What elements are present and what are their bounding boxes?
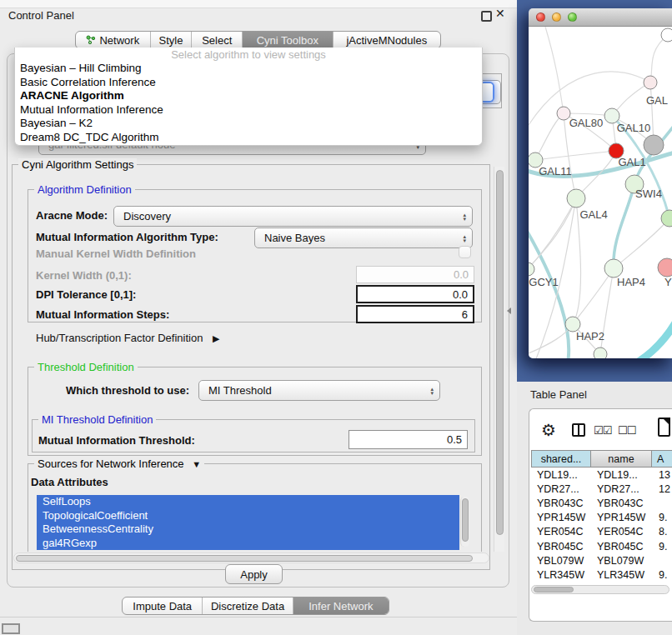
network-canvas[interactable]: GALGAL80GAL10GAL1GAL11SWI4GAL4GCY1HAP4YH… (529, 27, 672, 358)
network-edge[interactable] (573, 268, 614, 324)
table-cell: YLR345W (591, 569, 652, 581)
table-row[interactable]: YBR043CYBR043C (531, 496, 672, 510)
tab-impute-data[interactable]: Impute Data (123, 598, 203, 614)
minimize-traffic-light-icon[interactable] (552, 12, 561, 22)
hub-definition-toggle[interactable]: Hub/Transcription Factor Definition ▶ (36, 332, 219, 344)
attribute-list-scrollbar[interactable] (460, 497, 469, 547)
network-node-label: GCY1 (529, 276, 558, 288)
table-row[interactable]: YBL079WYBL079W (531, 553, 672, 568)
network-node-label: GAL10 (617, 122, 650, 134)
tab-select[interactable]: Select (192, 32, 243, 48)
mi-steps-field[interactable]: 6 (356, 305, 474, 323)
mi-type-combo[interactable]: Naive Bayes ▴▾ (254, 228, 473, 248)
aracne-mode-combo[interactable]: Discovery ▴▾ (113, 206, 473, 227)
gear-icon[interactable]: ⚙ (541, 420, 556, 440)
table-row[interactable]: YER054CYER054C8. (531, 525, 672, 539)
attribute-list-item[interactable]: SelfLoops (37, 495, 459, 509)
network-node[interactable] (604, 259, 623, 278)
focused-combo-stepper[interactable] (481, 83, 493, 101)
dropdown-item[interactable]: Mutual Information Inference (15, 103, 482, 118)
columns-icon[interactable] (572, 423, 585, 437)
table-row[interactable]: YPR145WYPR145W9. (531, 511, 672, 525)
settings-vertical-scrollbar[interactable] (494, 167, 504, 552)
network-node[interactable] (529, 262, 534, 276)
network-view-window[interactable]: GALGAL80GAL10GAL1GAL11SWI4GAL4GCY1HAP4YH… (529, 8, 672, 358)
file-icon[interactable] (658, 418, 670, 437)
table-horizontal-scrollbar[interactable] (531, 585, 669, 594)
mi-threshold-field[interactable]: 0.5 (349, 430, 468, 449)
hub-definition-label: Hub/Transcription Factor Definition (36, 332, 203, 344)
dropdown-item[interactable]: Bayesian – K2 (15, 117, 482, 131)
network-edge[interactable] (650, 35, 668, 82)
table-cell: YBL079W (531, 555, 591, 567)
network-edge[interactable] (610, 320, 672, 358)
network-edge[interactable] (529, 198, 576, 269)
table-cell: YBR043C (591, 498, 652, 509)
collapsed-panel-icon[interactable] (2, 623, 20, 634)
network-node-label: HAP4 (617, 276, 645, 288)
network-edge[interactable] (535, 151, 616, 160)
tab-network[interactable]: Network (76, 32, 151, 48)
mi-type-value: Naive Bayes (264, 232, 325, 244)
network-node[interactable] (661, 210, 672, 227)
select-all-checkboxes-icon[interactable]: ☑☑ (594, 424, 611, 437)
network-node-label: GAL11 (539, 165, 572, 178)
dropdown-item[interactable]: Dream8 DC_TDC Algorithm (15, 131, 482, 145)
dropdown-item[interactable]: ARACNE Algorithm (15, 89, 482, 103)
algorithm-dropdown-list: Select algorithm to view settings Bayesi… (14, 48, 483, 146)
column-header-name[interactable]: name (591, 450, 652, 468)
table-rows: YDL19...YDL19...13YDR27...YDR27...12YBR0… (531, 468, 672, 585)
attribute-list-item[interactable]: gal4RGexp (37, 537, 459, 551)
tab-cyni-toolbox[interactable]: Cyni Toolbox (243, 32, 333, 48)
splitter-collapse-icon[interactable] (507, 308, 511, 314)
table-row[interactable]: YLR345WYLR345W9. (531, 568, 672, 582)
table-cell: 8. (652, 526, 672, 538)
dropdown-items: Bayesian – Hill ClimbingBasic Correlatio… (15, 62, 482, 145)
tab-infer-network-label: Infer Network (308, 600, 373, 612)
network-node[interactable] (594, 348, 607, 358)
tab-jactivemnodules-label: jActiveMNodules (346, 34, 427, 47)
network-edge[interactable] (529, 227, 569, 358)
close-traffic-light-icon[interactable] (536, 12, 545, 22)
window-bottom-edge (0, 617, 517, 618)
table-cell: YBR045C (531, 541, 591, 552)
tab-jactivemnodules[interactable]: jActiveMNodules (333, 32, 440, 48)
manual-kernel-checkbox[interactable] (459, 246, 471, 258)
dropdown-item[interactable]: Bayesian – Hill Climbing (15, 62, 482, 76)
table-cell: YER054C (531, 526, 591, 538)
deselect-all-checkboxes-icon[interactable]: ☐☐ (618, 424, 635, 437)
network-node[interactable] (658, 258, 672, 277)
tab-select-label: Select (202, 34, 232, 47)
table-row[interactable]: YBR045CYBR045C9. (531, 539, 672, 553)
bottom-tabs: Impute Data Discretize Data Infer Networ… (122, 597, 389, 615)
tab-style[interactable]: Style (151, 32, 193, 48)
dropdown-item[interactable]: Basic Correlation Inference (15, 76, 482, 90)
column-header-shared-name[interactable]: shared... (531, 450, 591, 468)
kernel-width-label: Kernel Width (0,1): (36, 269, 132, 282)
network-node[interactable] (567, 189, 585, 208)
attribute-list-item[interactable]: BetweennessCentrality (37, 522, 459, 537)
aracne-mode-label: Aracne Mode: (36, 209, 108, 222)
tab-discretize-data[interactable]: Discretize Data (203, 598, 293, 614)
apply-button[interactable]: Apply (225, 564, 283, 584)
which-threshold-combo[interactable]: MI Threshold ▴▾ (198, 380, 440, 401)
network-edge[interactable] (535, 113, 564, 160)
network-window-titlebar[interactable] (529, 8, 672, 27)
column-header-cut[interactable]: A (652, 450, 672, 468)
attribute-list-item[interactable]: TopologicalCoefficient (37, 509, 459, 523)
table-row[interactable]: YDR27...YDR27...12 (531, 482, 672, 496)
network-node[interactable] (661, 28, 672, 42)
close-icon[interactable]: ✕ (495, 7, 505, 20)
dpi-tolerance-field[interactable]: 0.0 (356, 285, 474, 303)
network-node[interactable] (557, 107, 570, 120)
network-node[interactable] (644, 76, 657, 89)
tab-infer-network[interactable]: Infer Network (293, 598, 389, 614)
network-edge[interactable] (529, 198, 576, 269)
zoom-traffic-light-icon[interactable] (568, 12, 577, 22)
table-row[interactable]: YDL19...YDL19...13 (531, 468, 672, 482)
sources-title-row[interactable]: Sources for Network Inference ▼ (34, 458, 204, 470)
table-cell: 12 (652, 483, 672, 495)
settings-horizontal-scrollbar[interactable] (13, 552, 489, 563)
float-window-icon[interactable] (481, 11, 492, 22)
network-node[interactable] (644, 135, 664, 155)
